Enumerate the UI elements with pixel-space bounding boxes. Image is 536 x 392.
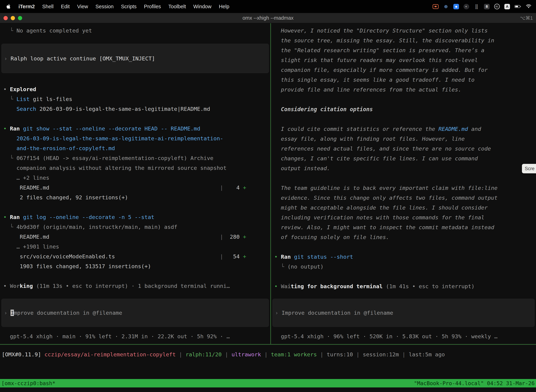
- terminal-line: README.md | 4 +: [0, 183, 270, 192]
- terminal-line: • Ran git status --short: [271, 252, 536, 262]
- right-agent-pane[interactable]: However, I noticed the "Directory Struct…: [271, 23, 536, 344]
- browser-circle-icon[interactable]: ◐: [464, 4, 469, 9]
- left-agent-pane[interactable]: └ No agents completed yet› Ralph loop ac…: [0, 23, 270, 344]
- prompt-input-left[interactable]: › Improve documentation in @filename: [1, 299, 269, 327]
- blank-line: [271, 271, 536, 281]
- window-title: omx --xhigh --madmax: [0, 15, 536, 21]
- menu-edit[interactable]: Edit: [57, 4, 73, 9]
- terminal-line: └ List git ls-files: [0, 94, 270, 104]
- menu-status-icons: ⊕◆◐⣿861A: [433, 4, 536, 9]
- terminal-line: … +1901 lines: [0, 242, 270, 252]
- menu-session[interactable]: Session: [92, 4, 117, 9]
- thinking-paragraph: However, I noticed the "Directory Struct…: [281, 26, 498, 94]
- menu-iterm2[interactable]: iTerm2: [15, 4, 38, 9]
- terminal-line: README.md | 280 +: [0, 232, 270, 242]
- terminal-line: • Ran git show --stat --oneline --decora…: [0, 124, 270, 134]
- screen-record-icon[interactable]: [433, 4, 439, 9]
- terminal-line: … +2 lines: [0, 173, 270, 183]
- tmux-session-label: [omx-cczip0:bash*: [1, 380, 55, 386]
- menu-scripts[interactable]: Scripts: [117, 4, 140, 9]
- terminal-line: src/voice/voiceModeEnabled.ts | 54 +: [0, 252, 270, 261]
- tmux-status-bar: [omx-cczip0:bash* "MacBook-Pro-44.local"…: [0, 379, 536, 387]
- blank-line: [0, 202, 270, 212]
- fullscreen-button[interactable]: [18, 16, 22, 20]
- working-status-line: • Working (11m 13s • esc to interrupt) ·…: [0, 281, 270, 291]
- battery-icon[interactable]: [515, 4, 521, 9]
- menu-help[interactable]: Help: [215, 4, 233, 9]
- terminal-line: and-the-erosion-of-copyleft.md: [0, 143, 270, 153]
- terminal-line: └ (no output): [271, 262, 536, 271]
- close-button[interactable]: [4, 16, 8, 20]
- screen-overlay-button[interactable]: Scre: [522, 164, 536, 173]
- thinking-heading: Considering citation options: [281, 104, 498, 114]
- thinking-paragraph: The team guideline is to back every impo…: [281, 183, 498, 242]
- terminal-window: └ No agents completed yet› Ralph loop ac…: [0, 23, 536, 392]
- apple-logo-icon: [6, 4, 10, 9]
- menu-toolbelt[interactable]: Toolbelt: [165, 4, 190, 9]
- apple-menu[interactable]: [0, 4, 15, 9]
- blank-line: [271, 242, 536, 252]
- menu-items: iTerm2ShellEditViewSessionScriptsProfile…: [15, 4, 233, 9]
- terminal-line: companion analysis without altering the …: [0, 163, 270, 173]
- battery-gauge-icon[interactable]: 61: [494, 4, 500, 9]
- model-status-line-right: gpt-5.4 xhigh · 96% left · 520K in · 5.8…: [271, 331, 536, 341]
- thinking-paragraph: I could cite commit statistics or refere…: [281, 124, 498, 173]
- terminal-line: • Ran git log --oneline --decorate -n 5 …: [0, 212, 270, 222]
- menu-profiles[interactable]: Profiles: [140, 4, 165, 9]
- blank-line: [0, 271, 270, 281]
- input-source-icon[interactable]: A: [504, 4, 510, 9]
- menu-window[interactable]: Window: [190, 4, 215, 9]
- minimize-button[interactable]: [11, 16, 15, 20]
- terminal-line: • Explored: [0, 84, 270, 94]
- traffic-lights: [0, 16, 22, 20]
- terminal-line: Search 2026-03-09-is-legal-the-same-as-l…: [0, 104, 270, 114]
- blank-line: [271, 94, 536, 104]
- banner-text: › Ralph loop active continue [OMX_TMUX_I…: [2, 54, 155, 63]
- menu-bar: iTerm2ShellEditViewSessionScriptsProfile…: [0, 0, 536, 13]
- blank-line: [271, 114, 536, 124]
- terminal-line: 2026-03-09-is-legal-the-same-as-legitima…: [0, 134, 270, 143]
- terminal-line: 1903 files changed, 513517 insertions(+): [0, 261, 270, 271]
- app-grid-icon[interactable]: ⣿: [474, 4, 479, 9]
- prompt-input-right[interactable]: › Improve documentation in @filename: [273, 299, 535, 327]
- terminal-line: 2 files changed, 92 insertions(+): [0, 192, 270, 202]
- omx-status-line: [OMX#0.11.9] cczip/essay/ai-reimplementa…: [2, 350, 536, 359]
- menu-shell[interactable]: Shell: [38, 4, 57, 9]
- tmux-panes: └ No agents completed yet› Ralph loop ac…: [0, 23, 536, 344]
- globe-icon[interactable]: ⊕: [443, 4, 449, 9]
- blank-line: [271, 173, 536, 183]
- tab-shortcut: ⌥⌘1: [520, 15, 533, 21]
- blank-line: [0, 114, 270, 124]
- terminal-line: └ 4b9d30f (origin/main, instructkr/main,…: [0, 222, 270, 232]
- terminal-line: └ 067f154 (HEAD -> essay/ai-reimplementa…: [0, 153, 270, 163]
- prompt-text-left: › Improve documentation in @filename: [2, 308, 122, 318]
- menu-view[interactable]: View: [73, 4, 92, 9]
- tmux-host-clock: "MacBook-Pro-44.local" 04:52 31-Mar-26: [414, 380, 535, 386]
- wifi-icon[interactable]: [526, 4, 531, 9]
- waiting-status-line: • Waiting for background terminal (1m 41…: [271, 281, 536, 291]
- model-status-line-left: gpt-5.4 xhigh · main · 91% left · 2.31M …: [0, 331, 270, 341]
- terminal-line: └ No agents completed yet: [0, 26, 270, 36]
- ralph-loop-banner: › Ralph loop active continue [OMX_TMUX_I…: [1, 44, 269, 73]
- pane-divider-horizontal: [0, 344, 536, 345]
- window-titlebar[interactable]: omx --xhigh --madmax ⌥⌘1: [0, 13, 536, 23]
- keypad-icon[interactable]: 8: [484, 4, 490, 9]
- right-pane-transcript: However, I noticed the "Directory Struct…: [271, 23, 536, 299]
- prompt-text-right: › Improve documentation in @filename: [273, 308, 393, 318]
- left-pane-transcript: └ No agents completed yet› Ralph loop ac…: [0, 23, 270, 299]
- docker-icon[interactable]: ◆: [453, 4, 459, 9]
